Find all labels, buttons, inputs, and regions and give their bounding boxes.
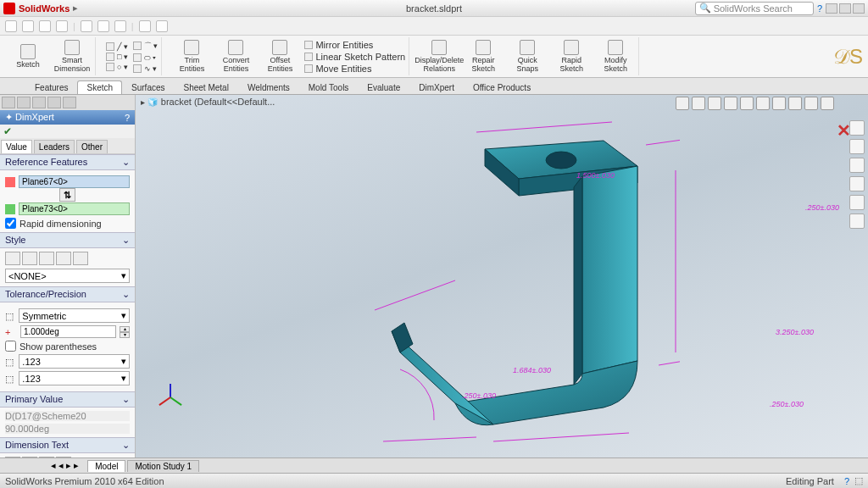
view-settings[interactable]: [821, 97, 834, 110]
help-icon[interactable]: ?: [817, 3, 822, 14]
dim-label[interactable]: 1.500±.030: [576, 171, 615, 180]
status-help-icon[interactable]: ?: [844, 476, 849, 486]
dropdown-icon[interactable]: ▸: [73, 3, 78, 14]
qat-redo[interactable]: [97, 20, 109, 32]
trim-button[interactable]: Trim Entities: [172, 38, 211, 75]
qat-options[interactable]: [139, 20, 151, 32]
window-controls[interactable]: [826, 3, 865, 14]
plane2-field[interactable]: Plane73<0>: [19, 202, 130, 215]
task-pane-btn[interactable]: [849, 214, 865, 229]
dim-label[interactable]: .250±.030: [805, 203, 839, 212]
tab-dimxpert[interactable]: DimXpert: [409, 80, 464, 94]
quick-access-toolbar: | |: [0, 17, 868, 36]
prec-icon: ⬚: [5, 357, 15, 367]
section-ref-features[interactable]: Reference Features⌄: [0, 154, 135, 170]
smart-dimension-button[interactable]: Smart Dimension: [53, 38, 92, 75]
sketch-button[interactable]: Sketch: [8, 38, 47, 75]
section-style[interactable]: Style⌄: [0, 232, 135, 248]
tol-value-input[interactable]: 1.000deg: [20, 325, 116, 338]
view-triad[interactable]: [157, 384, 184, 411]
qat-print[interactable]: [56, 20, 68, 32]
tab-weldments[interactable]: Weldments: [238, 80, 299, 94]
appearance[interactable]: [788, 97, 802, 110]
repair-button[interactable]: Repair Sketch: [464, 38, 503, 75]
tab-moldtools[interactable]: Mold Tools: [299, 80, 359, 94]
viewport[interactable]: ▸ 🧊 bracket (Default<<Default... ✕: [136, 95, 868, 458]
style-btn[interactable]: [73, 252, 88, 265]
dt-btn[interactable]: ⊘: [39, 457, 54, 458]
display-relations-button[interactable]: Display/Delete Relations: [420, 38, 459, 75]
qat-save[interactable]: [39, 20, 51, 32]
task-pane-btn[interactable]: [849, 195, 865, 210]
section-dimtext[interactable]: Dimension Text⌄: [0, 437, 135, 453]
dt-btn[interactable]: xx: [22, 457, 37, 458]
dim-label[interactable]: .250±.030: [770, 400, 804, 408]
quick-snaps-button[interactable]: Quick Snaps: [508, 38, 547, 75]
tab-evaluate[interactable]: Evaluate: [358, 80, 409, 94]
pattern-button[interactable]: Linear Sketch Pattern: [304, 52, 405, 62]
qat-undo[interactable]: [81, 20, 92, 32]
tab-sheetmetal[interactable]: Sheet Metal: [175, 80, 238, 94]
prec1-combo[interactable]: .123▾: [19, 354, 130, 369]
tab-motion[interactable]: Motion Study 1: [127, 460, 199, 472]
style-btn[interactable]: [5, 252, 20, 265]
mirror-button[interactable]: Mirror Entities: [304, 40, 405, 50]
tab-features[interactable]: Features: [25, 80, 77, 94]
tab-sketch[interactable]: Sketch: [77, 80, 122, 94]
draw-tools-2[interactable]: ⌒ ▾ ⬭ ▾ ∿ ▾: [133, 41, 159, 73]
command-tabs: Features Sketch Surfaces Sheet Metal Wel…: [0, 78, 868, 95]
task-pane-btn[interactable]: [849, 120, 865, 136]
convert-button[interactable]: Convert Entities: [216, 38, 255, 75]
nav-arrows[interactable]: ◂ ◂ ▸ ▸: [51, 460, 79, 471]
scene[interactable]: [804, 97, 818, 110]
tol-type-combo[interactable]: Symmetric▾: [19, 308, 130, 323]
qat-new[interactable]: [5, 20, 17, 32]
qat-open[interactable]: [22, 20, 34, 32]
style-btn[interactable]: [56, 252, 71, 265]
rapid-sketch-button[interactable]: Rapid Sketch: [552, 38, 591, 75]
subtab-other[interactable]: Other: [76, 140, 108, 153]
subtab-value[interactable]: Value: [1, 140, 32, 153]
tab-surfaces[interactable]: Surfaces: [122, 80, 174, 94]
zoom-area[interactable]: [692, 97, 705, 110]
fm-tabs[interactable]: [0, 95, 135, 110]
dt-btn[interactable]: xx: [5, 457, 20, 458]
section-primary[interactable]: Primary Value⌄: [0, 391, 135, 408]
plane1-field[interactable]: Plane67<0>: [19, 175, 130, 188]
prev-view[interactable]: [708, 97, 721, 110]
rapid-checkbox[interactable]: [5, 218, 16, 229]
dim-label[interactable]: .250±.030: [462, 391, 496, 400]
ok-button[interactable]: ✔: [3, 125, 12, 137]
style-btn[interactable]: [39, 252, 54, 265]
section-view[interactable]: [724, 97, 737, 110]
style-combo[interactable]: <NONE>▾: [5, 269, 130, 283]
swap-button[interactable]: ⇅: [59, 188, 75, 202]
hide-show[interactable]: [772, 97, 786, 110]
dt-btn[interactable]: ±: [56, 457, 71, 458]
dim-label[interactable]: 1.684±.030: [513, 366, 551, 374]
task-pane-btn[interactable]: [849, 176, 865, 191]
breadcrumb[interactable]: ▸ 🧊 bracket (Default<<Default...: [141, 97, 275, 107]
offset-button[interactable]: Offset Entities: [260, 38, 299, 75]
status-icon[interactable]: ⬚: [854, 475, 863, 486]
search-input[interactable]: 🔍 SolidWorks Search: [695, 2, 814, 15]
prec2-combo[interactable]: .123▾: [19, 371, 130, 385]
draw-tools[interactable]: ╱ ▾ □ ▾ ○ ▾: [106, 42, 128, 71]
display-style[interactable]: [756, 97, 770, 110]
dim-label[interactable]: 3.250±.030: [776, 328, 814, 336]
qat-btn[interactable]: [156, 20, 168, 32]
style-btn[interactable]: [22, 252, 37, 265]
modify-sketch-button[interactable]: Modify Sketch: [596, 38, 635, 75]
task-pane-btn[interactable]: [849, 158, 865, 173]
section-tolerance[interactable]: Tolerance/Precision⌄: [0, 286, 135, 302]
task-pane-btn[interactable]: [849, 139, 865, 154]
help-icon[interactable]: ?: [125, 113, 130, 123]
tab-model[interactable]: Model: [87, 460, 125, 472]
paren-checkbox[interactable]: [5, 341, 16, 352]
subtab-leaders[interactable]: Leaders: [34, 140, 75, 153]
qat-rebuild[interactable]: [114, 20, 126, 32]
move-button[interactable]: Move Entities: [304, 64, 405, 74]
tab-office[interactable]: Office Products: [464, 80, 540, 94]
statusbar: SolidWorks Premium 2010 x64 Edition Edit…: [0, 473, 868, 488]
view-orient[interactable]: [740, 97, 754, 110]
